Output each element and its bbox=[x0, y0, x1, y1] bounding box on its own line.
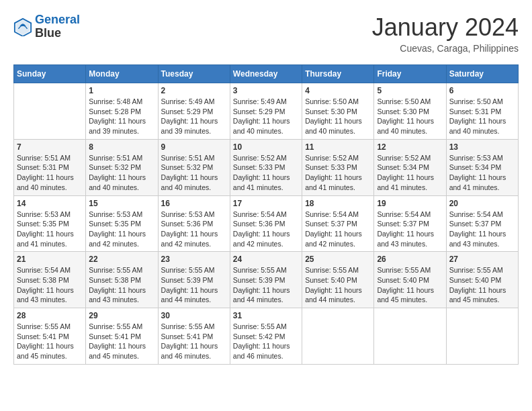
day-info: Sunrise: 5:49 AMSunset: 5:29 PMDaylight:… bbox=[161, 97, 227, 136]
day-number: 8 bbox=[89, 142, 154, 152]
day-cell: 4Sunrise: 5:50 AMSunset: 5:30 PMDaylight… bbox=[302, 83, 374, 140]
day-info: Sunrise: 5:55 AMSunset: 5:40 PMDaylight:… bbox=[377, 265, 443, 305]
header-row: SundayMondayTuesdayWednesdayThursdayFrid… bbox=[14, 65, 519, 83]
day-number: 14 bbox=[17, 199, 83, 208]
day-cell: 5Sunrise: 5:50 AMSunset: 5:30 PMDaylight… bbox=[374, 83, 446, 140]
day-info: Sunrise: 5:52 AMSunset: 5:34 PMDaylight:… bbox=[377, 153, 443, 193]
day-cell: 25Sunrise: 5:55 AMSunset: 5:40 PMDayligh… bbox=[302, 252, 374, 308]
day-info: Sunrise: 5:51 AMSunset: 5:32 PMDaylight:… bbox=[161, 153, 227, 193]
location: Cuevas, Caraga, Philippines bbox=[372, 43, 519, 54]
logo: General Blue bbox=[13, 13, 80, 40]
day-info: Sunrise: 5:54 AMSunset: 5:37 PMDaylight:… bbox=[449, 210, 515, 249]
day-info: Sunrise: 5:53 AMSunset: 5:34 PMDaylight:… bbox=[449, 153, 515, 193]
day-info: Sunrise: 5:55 AMSunset: 5:42 PMDaylight:… bbox=[233, 322, 299, 361]
week-row-4: 21Sunrise: 5:54 AMSunset: 5:38 PMDayligh… bbox=[14, 252, 519, 308]
day-number: 17 bbox=[233, 199, 299, 208]
day-cell: 3Sunrise: 5:49 AMSunset: 5:29 PMDaylight… bbox=[230, 83, 302, 140]
day-info: Sunrise: 5:55 AMSunset: 5:39 PMDaylight:… bbox=[161, 265, 227, 305]
day-number: 30 bbox=[161, 311, 227, 320]
day-number: 2 bbox=[161, 86, 227, 95]
day-info: Sunrise: 5:54 AMSunset: 5:36 PMDaylight:… bbox=[233, 210, 299, 249]
day-cell bbox=[446, 308, 518, 365]
day-cell: 31Sunrise: 5:55 AMSunset: 5:42 PMDayligh… bbox=[230, 308, 302, 365]
day-number: 11 bbox=[305, 142, 371, 152]
col-header-wednesday: Wednesday bbox=[230, 65, 302, 83]
day-info: Sunrise: 5:55 AMSunset: 5:40 PMDaylight:… bbox=[449, 265, 515, 305]
day-number: 12 bbox=[377, 142, 443, 152]
day-cell: 30Sunrise: 5:55 AMSunset: 5:41 PMDayligh… bbox=[158, 308, 230, 365]
col-header-monday: Monday bbox=[86, 65, 158, 83]
title-block: January 2024 Cuevas, Caraga, Philippines bbox=[372, 13, 519, 54]
day-cell: 9Sunrise: 5:51 AMSunset: 5:32 PMDaylight… bbox=[158, 139, 230, 195]
day-info: Sunrise: 5:55 AMSunset: 5:41 PMDaylight:… bbox=[89, 322, 154, 361]
day-number: 6 bbox=[449, 86, 515, 95]
week-row-3: 14Sunrise: 5:53 AMSunset: 5:35 PMDayligh… bbox=[14, 195, 519, 252]
day-cell: 15Sunrise: 5:53 AMSunset: 5:35 PMDayligh… bbox=[86, 195, 158, 252]
day-number: 16 bbox=[161, 199, 227, 208]
day-number: 15 bbox=[89, 199, 154, 208]
day-cell bbox=[374, 308, 446, 365]
day-cell: 8Sunrise: 5:51 AMSunset: 5:32 PMDaylight… bbox=[86, 139, 158, 195]
day-number: 27 bbox=[449, 255, 515, 264]
day-number: 26 bbox=[377, 255, 443, 264]
day-cell: 24Sunrise: 5:55 AMSunset: 5:39 PMDayligh… bbox=[230, 252, 302, 308]
day-info: Sunrise: 5:55 AMSunset: 5:39 PMDaylight:… bbox=[233, 265, 299, 305]
day-cell: 18Sunrise: 5:54 AMSunset: 5:37 PMDayligh… bbox=[302, 195, 374, 252]
logo-text: General Blue bbox=[35, 13, 80, 40]
day-info: Sunrise: 5:50 AMSunset: 5:31 PMDaylight:… bbox=[449, 97, 515, 136]
day-number: 28 bbox=[17, 311, 83, 320]
month-title: January 2024 bbox=[372, 13, 519, 42]
day-info: Sunrise: 5:51 AMSunset: 5:32 PMDaylight:… bbox=[89, 153, 154, 193]
day-number: 22 bbox=[89, 255, 154, 264]
col-header-saturday: Saturday bbox=[446, 65, 518, 83]
day-cell: 16Sunrise: 5:53 AMSunset: 5:36 PMDayligh… bbox=[158, 195, 230, 252]
day-info: Sunrise: 5:55 AMSunset: 5:41 PMDaylight:… bbox=[161, 322, 227, 361]
day-cell: 11Sunrise: 5:52 AMSunset: 5:33 PMDayligh… bbox=[302, 139, 374, 195]
day-cell: 20Sunrise: 5:54 AMSunset: 5:37 PMDayligh… bbox=[446, 195, 518, 252]
day-number: 29 bbox=[89, 311, 154, 320]
day-cell: 17Sunrise: 5:54 AMSunset: 5:36 PMDayligh… bbox=[230, 195, 302, 252]
day-info: Sunrise: 5:53 AMSunset: 5:36 PMDaylight:… bbox=[161, 210, 227, 249]
page-header: General Blue January 2024 Cuevas, Caraga… bbox=[13, 13, 519, 54]
day-cell: 14Sunrise: 5:53 AMSunset: 5:35 PMDayligh… bbox=[14, 195, 86, 252]
svg-marker-0 bbox=[16, 20, 30, 35]
day-number: 10 bbox=[233, 142, 299, 152]
day-info: Sunrise: 5:53 AMSunset: 5:35 PMDaylight:… bbox=[17, 210, 83, 249]
day-cell: 29Sunrise: 5:55 AMSunset: 5:41 PMDayligh… bbox=[86, 308, 158, 365]
day-number: 18 bbox=[305, 199, 371, 208]
col-header-thursday: Thursday bbox=[302, 65, 374, 83]
day-number: 23 bbox=[161, 255, 227, 264]
day-number: 9 bbox=[161, 142, 227, 152]
day-info: Sunrise: 5:48 AMSunset: 5:28 PMDaylight:… bbox=[89, 97, 154, 136]
day-cell: 12Sunrise: 5:52 AMSunset: 5:34 PMDayligh… bbox=[374, 139, 446, 195]
day-number: 31 bbox=[233, 311, 299, 320]
day-number: 24 bbox=[233, 255, 299, 264]
day-cell: 23Sunrise: 5:55 AMSunset: 5:39 PMDayligh… bbox=[158, 252, 230, 308]
day-cell bbox=[14, 83, 86, 140]
day-number: 1 bbox=[89, 86, 154, 95]
day-info: Sunrise: 5:55 AMSunset: 5:40 PMDaylight:… bbox=[305, 265, 371, 305]
logo-icon bbox=[13, 17, 32, 36]
day-number: 7 bbox=[17, 142, 83, 152]
day-info: Sunrise: 5:50 AMSunset: 5:30 PMDaylight:… bbox=[305, 97, 371, 136]
day-number: 13 bbox=[449, 142, 515, 152]
day-cell: 28Sunrise: 5:55 AMSunset: 5:41 PMDayligh… bbox=[14, 308, 86, 365]
calendar-table: SundayMondayTuesdayWednesdayThursdayFrid… bbox=[13, 64, 519, 365]
day-info: Sunrise: 5:54 AMSunset: 5:38 PMDaylight:… bbox=[17, 265, 83, 305]
day-info: Sunrise: 5:51 AMSunset: 5:31 PMDaylight:… bbox=[17, 153, 83, 193]
day-info: Sunrise: 5:50 AMSunset: 5:30 PMDaylight:… bbox=[377, 97, 443, 136]
day-info: Sunrise: 5:54 AMSunset: 5:37 PMDaylight:… bbox=[305, 210, 371, 249]
day-cell: 7Sunrise: 5:51 AMSunset: 5:31 PMDaylight… bbox=[14, 139, 86, 195]
day-info: Sunrise: 5:55 AMSunset: 5:38 PMDaylight:… bbox=[89, 265, 154, 305]
col-header-friday: Friday bbox=[374, 65, 446, 83]
day-number: 5 bbox=[377, 86, 443, 95]
day-cell: 26Sunrise: 5:55 AMSunset: 5:40 PMDayligh… bbox=[374, 252, 446, 308]
day-cell bbox=[302, 308, 374, 365]
day-info: Sunrise: 5:49 AMSunset: 5:29 PMDaylight:… bbox=[233, 97, 299, 136]
day-cell: 21Sunrise: 5:54 AMSunset: 5:38 PMDayligh… bbox=[14, 252, 86, 308]
day-info: Sunrise: 5:52 AMSunset: 5:33 PMDaylight:… bbox=[305, 153, 371, 193]
day-cell: 2Sunrise: 5:49 AMSunset: 5:29 PMDaylight… bbox=[158, 83, 230, 140]
day-number: 20 bbox=[449, 199, 515, 208]
day-cell: 27Sunrise: 5:55 AMSunset: 5:40 PMDayligh… bbox=[446, 252, 518, 308]
week-row-5: 28Sunrise: 5:55 AMSunset: 5:41 PMDayligh… bbox=[14, 308, 519, 365]
